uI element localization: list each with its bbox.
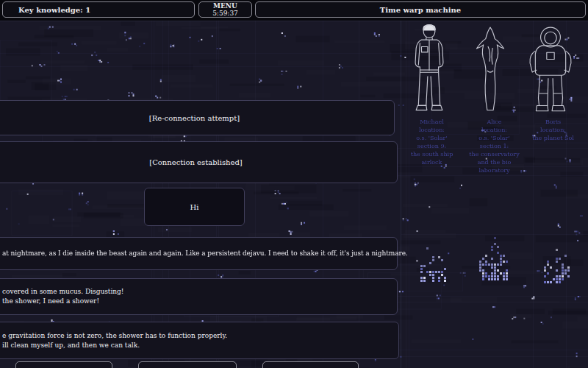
message-text-line2: ill clean myself up, and then we can tal… bbox=[2, 341, 398, 350]
message-text-line2: the shower, I need a shower! bbox=[2, 297, 397, 306]
character-boris-figure[interactable] bbox=[526, 25, 575, 116]
michael-portrait-icon bbox=[406, 24, 453, 115]
key-knowledge-label: Key knowledge: 1 bbox=[18, 6, 90, 14]
label-line: location: bbox=[397, 126, 467, 134]
label-line: laboratory bbox=[459, 166, 529, 174]
message-nightmare: at nightmare, as I die inside the beast … bbox=[0, 237, 398, 270]
message-gravitation: e gravitation force is not zero, the sho… bbox=[0, 322, 399, 359]
michael-location-label: Michael location: o.s. 'Solar' section 9… bbox=[397, 118, 467, 166]
label-line: the south ship bbox=[397, 150, 467, 158]
message-text: at nightmare, as I die inside the beast … bbox=[2, 249, 397, 258]
boris-portrait-icon bbox=[526, 25, 575, 116]
character-alice-figure[interactable] bbox=[470, 25, 510, 116]
choice-button-2[interactable] bbox=[138, 361, 237, 368]
menu-button[interactable]: MENU 5:59:37 bbox=[198, 1, 252, 18]
time-warp-button[interactable]: Time warp machine bbox=[255, 1, 586, 18]
label-line: location: bbox=[518, 126, 588, 134]
time-warp-label: Time warp machine bbox=[380, 6, 461, 14]
label-line: section 9: bbox=[397, 142, 467, 150]
message-connection: [Connection established] bbox=[0, 141, 398, 183]
label-line: and the bio bbox=[459, 158, 529, 166]
message-text: Hi bbox=[190, 202, 199, 212]
character-michael-figure[interactable] bbox=[406, 24, 453, 115]
key-knowledge-button[interactable]: Key knowledge: 1 bbox=[2, 1, 195, 18]
message-text-line1: covered in some mucus. Disgusting! bbox=[2, 287, 397, 297]
choice-button-3[interactable] bbox=[262, 361, 359, 368]
message-text-line1: e gravitation force is not zero, the sho… bbox=[2, 331, 398, 341]
boris-location-label: Boris location: the planet Sol bbox=[518, 118, 588, 142]
label-line: the conservatory bbox=[459, 150, 529, 158]
menu-label: MENU bbox=[213, 2, 237, 10]
label-line: Michael bbox=[397, 118, 467, 126]
menu-timer: 5:59:37 bbox=[212, 10, 238, 17]
label-line: section 1: bbox=[459, 142, 529, 150]
message-text: [Connection established] bbox=[149, 158, 242, 167]
label-line: o.s. 'Solar' bbox=[397, 134, 467, 142]
label-line: the planet Sol bbox=[518, 134, 588, 142]
message-hi: Hi bbox=[144, 188, 245, 226]
top-bar: Key knowledge: 1 MENU 5:59:37 Time warp … bbox=[0, 0, 588, 21]
choice-button-1[interactable] bbox=[15, 361, 112, 368]
message-reconnection: [Re-connection attempt] bbox=[0, 100, 395, 135]
alice-portrait-icon bbox=[470, 25, 510, 116]
message-text: [Re-connection attempt] bbox=[149, 113, 240, 123]
label-line: airlock bbox=[397, 158, 467, 166]
label-line: Boris bbox=[518, 118, 588, 126]
message-mucus: covered in some mucus. Disgusting! the s… bbox=[0, 278, 398, 315]
